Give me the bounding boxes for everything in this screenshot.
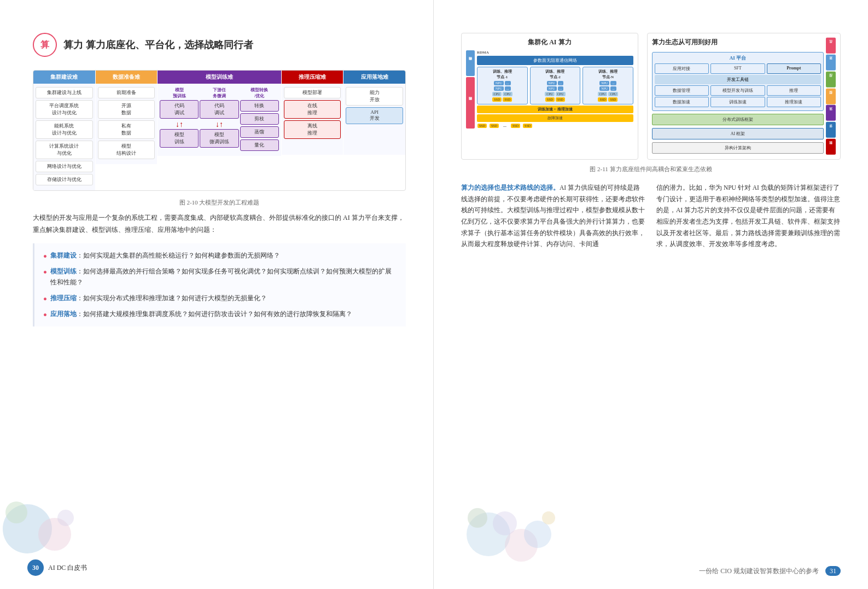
eng-item: 离线推理 bbox=[284, 120, 341, 139]
eco-cell-sft: SFT bbox=[710, 63, 765, 74]
rdma-label: RDMA bbox=[477, 50, 633, 55]
eng-item: API开发 bbox=[346, 107, 403, 124]
eng-item: 计算系统设计与优化 bbox=[36, 141, 93, 159]
chapter-title: 算力 算力底座化、平台化，选择战略同行者 bbox=[63, 38, 253, 51]
ssd-chip: SSD bbox=[477, 124, 487, 128]
ssd-chip: SSD bbox=[490, 124, 499, 128]
col-train: 模型训练难 模型预训练 代码调试 ↓↑ 模型训练 下游任务微调 代码调 bbox=[158, 71, 281, 190]
npu-chip: NPU bbox=[599, 86, 609, 91]
cpu-chip: CPU bbox=[556, 92, 566, 96]
cpu-chip: CPU bbox=[608, 92, 618, 96]
ecosystem-diagram: 算力生态从可用到好用 AI 平台 应用对接 SFT Prompt 开发工具链 数… bbox=[647, 33, 841, 160]
node-title: 训练、推理节点-2 bbox=[532, 69, 579, 80]
eng-item: 蒸馏 bbox=[240, 126, 279, 138]
npu-chip: NPU bbox=[494, 81, 504, 85]
eng-item: 量化 bbox=[240, 139, 279, 151]
col-deploy-content: 能力开放 API开发 bbox=[343, 84, 405, 155]
dev-tools: 开发工具链 bbox=[655, 75, 821, 84]
rdma-bar: 参数面无阻塞通信网络 bbox=[477, 56, 633, 65]
eng-item: 模型结构设计 bbox=[98, 141, 155, 159]
cpu-chip: CPU bbox=[598, 92, 608, 96]
side-plan: 方案 bbox=[826, 55, 836, 71]
npu-chip: ... bbox=[558, 86, 564, 91]
page-left: 算 算力 算力底座化、平台化，选择战略同行者 集群建设难 集群建设与上线 平台调… bbox=[0, 0, 434, 589]
cluster-title: 集群化 AI 算力 bbox=[466, 38, 633, 47]
chapter-circle-icon: 算 bbox=[33, 33, 57, 57]
svg-point-9 bbox=[542, 511, 555, 524]
diagram-engineering: 集群建设难 集群建设与上线 平台调度系统设计与优化 能耗系统设计与优化 计算系统… bbox=[33, 70, 406, 191]
eco-cell-infer: 推理 bbox=[767, 85, 821, 96]
bullet-item-deploy: ● 应用落地：如何搭建大规模推理集群调度系统？如何进行防攻击设计？如何有效的进行… bbox=[43, 308, 397, 320]
eng-item: 私有数据 bbox=[98, 120, 155, 139]
col-train-content: 模型预训练 代码调试 ↓↑ 模型训练 下游任务微调 代码调试 ↓↑ 模型微调训练 bbox=[158, 84, 281, 156]
eco-cell-app: 应用对接 bbox=[655, 63, 709, 74]
ssd-chip: SSD bbox=[545, 97, 555, 102]
eco-cell-infer-accel: 推理加速 bbox=[767, 97, 821, 107]
page-label: AI DC 白皮书 bbox=[48, 563, 87, 573]
bullet-dot: ● bbox=[43, 250, 47, 261]
eng-item: 模型训练 bbox=[160, 129, 199, 148]
node-n: 训练、推理节点-N NPU... NPU... CPUCPU SSDSSD bbox=[582, 67, 633, 104]
ssd-chip: SSD bbox=[556, 97, 565, 102]
col-train-header: 模型训练难 bbox=[158, 71, 281, 84]
side-algo: 算法 bbox=[826, 105, 836, 121]
side-data: 数据 bbox=[826, 139, 836, 155]
chapter-header: 算 算力 算力底座化、平台化，选择战略同行者 bbox=[33, 33, 406, 57]
right-body-text: 算力的选择也是技术路线的选择。AI 算力供应链的可持续是路线选择的前提，不仅要考… bbox=[461, 182, 841, 250]
page-num-badge: 31 bbox=[825, 566, 841, 576]
bullet-item-train: ● 模型训练：如何选择最高效的并行组合策略？如何实现多任务可视化调优？如何实现断… bbox=[43, 266, 397, 288]
eco-main: 算力生态从可用到好用 AI 平台 应用对接 SFT Prompt 开发工具链 数… bbox=[652, 38, 824, 155]
cluster-diagram: 集群化 AI 算力 存储网络 训练网络 RDMA 参数面无阻塞通信网络 训练、推… bbox=[461, 33, 638, 160]
page-number-left: 30 AI DC 白皮书 bbox=[27, 559, 87, 576]
cpu-chip: CPU bbox=[545, 92, 555, 96]
col-deploy-header: 应用落地难 bbox=[343, 71, 405, 84]
bullet-item-cluster: ● 集群建设：如何实现超大集群的高性能长稳运行？如何构建参数面的无损网络？ bbox=[43, 250, 397, 261]
npu-chip: ... bbox=[558, 81, 564, 85]
page-label-right: 一份给 CIO 规划建设智算数据中心的参考 bbox=[699, 567, 819, 575]
col-data-content: 前期准备 开源数据 私有数据 模型结构设计 bbox=[96, 84, 158, 164]
node-title: 训练、推理节点-N bbox=[585, 69, 631, 80]
eng-item: 转换 bbox=[240, 100, 279, 112]
eco-cell-data-mgmt: 数据管理 bbox=[655, 85, 709, 96]
eng-item: 能力开放 bbox=[346, 87, 403, 106]
eco-cell-model-dev: 模型开发与训练 bbox=[710, 85, 765, 96]
side-app: 应用 bbox=[826, 72, 836, 88]
eco-cell-data-accel: 数据加速 bbox=[655, 97, 709, 107]
eng-table: 集群建设难 集群建设与上线 平台调度系统设计与优化 能耗系统设计与优化 计算系统… bbox=[33, 71, 405, 190]
node-1: 训练、推理节点-1 NPU... NPU... CPUCPU SSDSSD bbox=[477, 67, 528, 104]
bullet-item-infer: ● 推理压缩：如何实现分布式推理和推理加速？如何进行大模型的无损量化？ bbox=[43, 293, 397, 304]
eng-item: 在线推理 bbox=[284, 100, 341, 119]
svg-point-0 bbox=[3, 504, 52, 553]
eng-item: 代码调试 bbox=[160, 100, 199, 119]
ssd-chip: SSD bbox=[523, 124, 532, 128]
ssd-chip: SSD bbox=[608, 97, 617, 102]
side-op: 算子 bbox=[826, 122, 836, 138]
platform-title: AI 平台 bbox=[655, 55, 821, 62]
bullet-dot: ● bbox=[43, 309, 47, 320]
npu-chip: NPU bbox=[494, 86, 504, 91]
right-diagram-caption: 图 2-11 算力底座组件间高耦合和紧束生态依赖 bbox=[461, 165, 841, 173]
right-col-right: 信的潜力。比如，华为 NPU 针对 AI 负载的矩阵计算框架进行了专门设计，更适… bbox=[656, 182, 841, 250]
npu-chip: ... bbox=[610, 81, 616, 85]
decorative-circles-left bbox=[0, 469, 88, 556]
eng-item: 前期准备 bbox=[98, 87, 155, 98]
decorative-circles-right bbox=[456, 480, 565, 567]
col-infer: 推理压缩难 模型部署 在线推理 离线推理 bbox=[282, 71, 344, 190]
highlight-text: 算力的选择也是技术路线的选择。 bbox=[461, 184, 560, 191]
side-label-storage: 存储网络 bbox=[466, 50, 475, 76]
bullet-text: 模型训练：如何选择最高效的并行组合策略？如何实现多任务可视化调优？如何实现断点续… bbox=[50, 266, 397, 288]
side-eco: 生态 bbox=[826, 38, 836, 54]
ssd-chip: SSD bbox=[598, 97, 607, 102]
svg-point-6 bbox=[468, 508, 487, 528]
cpu-chip: CPU bbox=[492, 92, 502, 96]
node-row: 训练、推理节点-1 NPU... NPU... CPUCPU SSDSSD 训练… bbox=[477, 67, 633, 104]
bullet-section: ● 集群建设：如何实现超大集群的高性能长稳运行？如何构建参数面的无损网络？ ● … bbox=[33, 243, 406, 326]
ssd-chip: SSD bbox=[511, 124, 520, 128]
bullet-label: 推理压缩 bbox=[50, 295, 77, 301]
accel-bar: 训练加速 + 推理加速 bbox=[477, 106, 633, 113]
side-model: 模型 bbox=[826, 89, 836, 104]
eng-item: 集群建设与上线 bbox=[36, 87, 93, 98]
bullet-dot: ● bbox=[43, 293, 47, 304]
bullet-label: 应用落地 bbox=[50, 311, 77, 317]
eco-cell-prompt: Prompt bbox=[767, 63, 821, 74]
